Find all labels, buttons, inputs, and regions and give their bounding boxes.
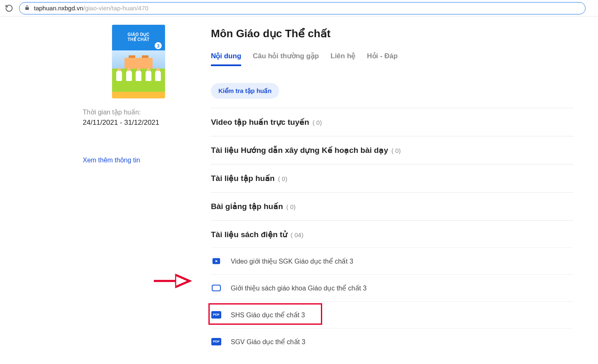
- item-label: SGV Giáo dục thể chất 3: [231, 338, 305, 346]
- training-period-label: Thời gian tập huấn:: [83, 108, 194, 116]
- item-label: Giới thiệu sách giáo khoa Giáo dục thể c…: [231, 284, 366, 292]
- sidebar: GIÁO DỤCTHỂ CHẤT 3 Thời gian tập huấn: 2…: [0, 25, 211, 364]
- page-title: Môn Giáo dục Thể chất: [211, 27, 573, 40]
- lock-icon: [24, 5, 30, 12]
- section-title: Tài liệu Hướng dẫn xây dựng Kế hoạch bài…: [211, 145, 388, 155]
- section-title: Tài liệu sách điện tử: [211, 230, 287, 239]
- cover-grade-badge: 3: [155, 42, 162, 49]
- url-path: /giao-vien/tap-huan/470: [83, 5, 148, 12]
- ebook-item-video-intro[interactable]: Video giới thiệu SGK Giáo dục thể chất 3: [211, 247, 573, 274]
- section-title: Bài giảng tập huấn: [211, 202, 283, 211]
- section-training-lectures[interactable]: Bài giảng tập huấn ( 0): [211, 202, 573, 211]
- section-count: ( 0): [286, 203, 296, 210]
- main-content: Môn Giáo dục Thể chất Nội dung Câu hỏi t…: [211, 25, 598, 364]
- reload-icon: [5, 4, 13, 12]
- tab-contact[interactable]: Liên hệ: [330, 52, 355, 66]
- item-label: SHS Giáo dục thể chất 3: [231, 311, 305, 319]
- section-training-docs[interactable]: Tài liệu tập huấn ( 0): [211, 174, 573, 183]
- tab-qa[interactable]: Hỏi - Đáp: [367, 52, 397, 66]
- section-count: ( 0): [278, 175, 287, 182]
- reload-button[interactable]: [4, 3, 14, 13]
- ebook-item-shs[interactable]: PDF SHS Giáo dục thể chất 3: [211, 301, 573, 328]
- check-training-button[interactable]: Kiểm tra tập huấn: [211, 83, 279, 99]
- pdf-icon: PDF: [211, 310, 222, 320]
- section-count: ( 0): [313, 119, 322, 126]
- slides-icon: [211, 283, 222, 293]
- tab-content[interactable]: Nội dung: [211, 52, 241, 66]
- tab-faq[interactable]: Câu hỏi thường gặp: [253, 52, 319, 66]
- training-period-value: 24/11/2021 - 31/12/2021: [83, 119, 194, 127]
- browser-toolbar: taphuan.nxbgd.vn/giao-vien/tap-huan/470: [0, 0, 598, 17]
- more-info-link[interactable]: Xem thêm thông tin: [83, 157, 194, 164]
- section-video-training[interactable]: Video tập huấn trực tuyến ( 0): [211, 117, 573, 127]
- address-bar[interactable]: taphuan.nxbgd.vn/giao-vien/tap-huan/470: [19, 2, 586, 14]
- section-count: ( 04): [291, 231, 304, 238]
- section-title: Tài liệu tập huấn: [211, 174, 275, 183]
- pdf-icon: PDF: [211, 337, 222, 347]
- item-label: Video giới thiệu SGK Giáo dục thể chất 3: [231, 257, 353, 265]
- ebook-item-textbook-intro[interactable]: Giới thiệu sách giáo khoa Giáo dục thể c…: [211, 274, 573, 301]
- book-cover: GIÁO DỤCTHỂ CHẤT 3: [112, 25, 165, 98]
- section-count: ( 0): [392, 147, 401, 154]
- url-text: taphuan.nxbgd.vn/giao-vien/tap-huan/470: [34, 5, 148, 12]
- cover-title: GIÁO DỤCTHỂ CHẤT: [112, 32, 165, 42]
- url-host: taphuan.nxbgd.vn: [34, 5, 83, 12]
- video-icon: [211, 256, 222, 266]
- section-ebook[interactable]: Tài liệu sách điện tử ( 04): [211, 230, 573, 239]
- section-lesson-plan[interactable]: Tài liệu Hướng dẫn xây dựng Kế hoạch bài…: [211, 145, 573, 155]
- tab-bar: Nội dung Câu hỏi thường gặp Liên hệ Hỏi …: [211, 52, 573, 67]
- section-title: Video tập huấn trực tuyến: [211, 117, 309, 127]
- ebook-item-sgv[interactable]: PDF SGV Giáo dục thể chất 3: [211, 328, 573, 355]
